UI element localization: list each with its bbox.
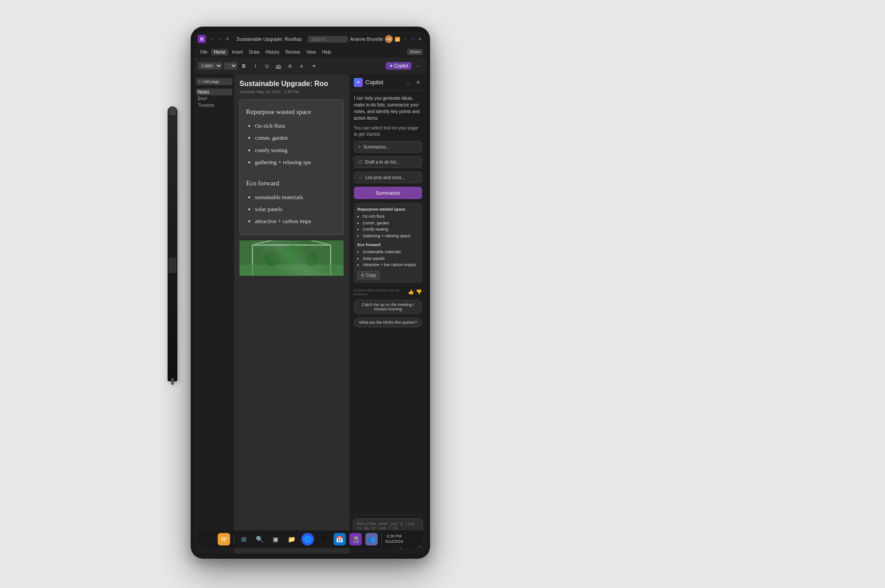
taskbar-search-btn[interactable]: 🔍 bbox=[254, 533, 266, 545]
title-bar: N ← → ↺ Sustainable Upgrade: Rooftop Ari… bbox=[194, 32, 427, 46]
taskbar-teams[interactable]: 👥 bbox=[365, 533, 378, 545]
forward-btn[interactable]: → bbox=[216, 36, 223, 42]
more-ribbon-btn[interactable]: ··· bbox=[413, 61, 423, 71]
list-item: Oz-rich flora bbox=[255, 121, 337, 131]
menu-file[interactable]: File bbox=[198, 49, 210, 55]
user-name: Arianne Brunelle bbox=[350, 37, 383, 42]
close-btn[interactable]: ✕ bbox=[417, 36, 423, 42]
note-date: Tuesday, May 14, 2024 2:30 PM bbox=[239, 90, 344, 94]
taskbar-explorer[interactable]: 📁 bbox=[286, 533, 298, 545]
summarize-btn[interactable]: Summarize bbox=[354, 187, 422, 199]
share-btn[interactable]: Share bbox=[407, 49, 423, 55]
font-size-selector[interactable]: 11 bbox=[224, 62, 237, 70]
scene: N ← → ↺ Sustainable Upgrade: Rooftop Ari… bbox=[0, 0, 885, 588]
todo-suggestion-btn[interactable]: ☑ Draft a to do list... bbox=[354, 156, 422, 168]
taskbar-onenote[interactable]: 📓 bbox=[349, 533, 362, 545]
minimize-btn[interactable]: − bbox=[403, 36, 409, 42]
refresh-btn[interactable]: ↺ bbox=[224, 36, 231, 42]
list-item: gathering + relaxing spa bbox=[255, 157, 337, 167]
copilot-more-btn[interactable]: ... bbox=[404, 78, 412, 86]
menu-bar: File Home Insert Draw History Review Vie… bbox=[194, 46, 427, 58]
stylus-top bbox=[169, 106, 176, 115]
avatar: AB bbox=[385, 35, 393, 43]
thumbs-up-icon[interactable]: 👍 bbox=[408, 289, 414, 295]
copy-icon: ⎘ bbox=[361, 273, 364, 278]
todo-icon: ☑ bbox=[358, 159, 362, 165]
bullet-btn[interactable]: ≡ bbox=[297, 61, 306, 71]
copilot-panel: ✦ Copilot ... ✕ I can help you generate … bbox=[349, 74, 427, 553]
note-handwritten-area: Repurpose wasted space Oz-rich flora com… bbox=[239, 99, 344, 235]
list-item: solar panels bbox=[255, 204, 337, 214]
taskbar: 78° ⊞ 🔍 ▣ 📁 🌐 🛡 📅 📓 👥 2:30 PM 5/14/ bbox=[198, 530, 423, 548]
note-image-overlay bbox=[239, 240, 344, 276]
stylus bbox=[168, 106, 177, 381]
summarize-icon: ≡ bbox=[358, 144, 360, 149]
underline-btn[interactable]: U bbox=[262, 61, 272, 71]
copilot-ribbon-btn[interactable]: ✦ Copilot bbox=[386, 62, 411, 70]
onenote-window: N ← → ↺ Sustainable Upgrade: Rooftop Ari… bbox=[194, 32, 427, 553]
copilot-title: Copilot bbox=[365, 79, 402, 86]
prompt-suggestion-2[interactable]: What are the OKRs this quarter? bbox=[354, 318, 422, 327]
font-selector[interactable]: Calibri bbox=[198, 62, 222, 70]
user-info: Arianne Brunelle AB 📶 bbox=[350, 35, 400, 43]
list-item: sustainable materials bbox=[255, 192, 337, 202]
feedback-icons: 👍 👎 bbox=[408, 289, 422, 295]
font-color-btn[interactable]: A bbox=[285, 61, 295, 71]
taskbar-calendar[interactable]: 📅 bbox=[333, 533, 346, 545]
highlight-btn[interactable]: ab bbox=[274, 61, 283, 71]
handwritten-list-2: sustainable materials solar panels attra… bbox=[246, 192, 337, 227]
menu-draw[interactable]: Draw bbox=[247, 49, 262, 55]
pros-cons-suggestion-btn[interactable]: ↔ List pros and cons... bbox=[354, 172, 422, 183]
menu-insert[interactable]: Insert bbox=[229, 49, 246, 55]
add-page-btn[interactable]: + Add page bbox=[196, 78, 232, 85]
copilot-close-btn[interactable]: ✕ bbox=[414, 78, 422, 86]
copy-btn[interactable]: ⎘ Copy bbox=[357, 271, 380, 279]
handwritten-list-1: Oz-rich flora comm. garden comfy seating… bbox=[246, 121, 337, 168]
summary-list-1: Oz-rich flora Comm. garden Comfy seating… bbox=[357, 213, 419, 239]
copy-label: Copy bbox=[366, 273, 376, 278]
taskbar-defender[interactable]: 🛡 bbox=[317, 533, 330, 545]
summarize-suggestion-btn[interactable]: ≡ Summarize... bbox=[354, 141, 422, 153]
maximize-btn[interactable]: □ bbox=[410, 36, 416, 42]
taskbar-browser[interactable]: 🌐 bbox=[302, 533, 314, 545]
content-area: + Add page Notes Brief Timeline Sustaina… bbox=[194, 74, 427, 553]
prompt-suggestion-1[interactable]: Catch me up on the meeting I missed morn… bbox=[354, 300, 422, 314]
summarize-label: Summarize... bbox=[363, 145, 389, 149]
summary-heading-2: Eco forward bbox=[357, 242, 419, 248]
italic-btn[interactable]: I bbox=[251, 61, 260, 71]
sidebar-section-notes[interactable]: Notes bbox=[196, 89, 232, 95]
summary-item: Sustainable materials bbox=[363, 249, 419, 255]
indent-btn[interactable]: ⇥ bbox=[308, 61, 318, 71]
add-icon: + bbox=[199, 79, 201, 84]
taskbar-weather: 78° bbox=[218, 533, 230, 545]
sidebar-section-brief[interactable]: Brief bbox=[196, 95, 232, 102]
taskbar-time: 2:30 PM 5/14/2024 bbox=[385, 534, 403, 544]
back-btn[interactable]: ← bbox=[208, 36, 215, 42]
sidebar-section-timeline[interactable]: Timeline bbox=[196, 102, 232, 109]
menu-review[interactable]: Review bbox=[283, 49, 303, 55]
add-page-label: Add page bbox=[202, 79, 219, 84]
menu-view[interactable]: View bbox=[304, 49, 319, 55]
title-bar-controls: ← → ↺ bbox=[208, 36, 231, 42]
copilot-btn-group: ... ✕ bbox=[404, 78, 422, 86]
list-item: attractive + carbon impa bbox=[255, 216, 337, 226]
copilot-body: I can help you generate ideas, make to-d… bbox=[349, 90, 427, 514]
wifi-icon: 📶 bbox=[395, 37, 400, 42]
ai-disclaimer-text: AI-generated content may be incorrect bbox=[354, 288, 404, 296]
note-content[interactable]: Sustainable Upgrade: Roo Tuesday, May 14… bbox=[234, 74, 349, 553]
ribbon: Calibri 11 B I U ab A ≡ ⇥ ✦ Copilot bbox=[194, 58, 427, 74]
bold-btn[interactable]: B bbox=[239, 61, 249, 71]
taskbar-separator bbox=[234, 535, 234, 544]
thumbs-down-icon[interactable]: 👎 bbox=[416, 289, 422, 295]
todo-label: Draft a to do list... bbox=[365, 160, 399, 165]
note-title: Sustainable Upgrade: Roo bbox=[239, 80, 344, 88]
onenote-logo: N bbox=[198, 35, 206, 43]
menu-help[interactable]: Help bbox=[320, 49, 334, 55]
search-input[interactable] bbox=[308, 36, 348, 43]
menu-home[interactable]: Home bbox=[211, 49, 228, 55]
taskbar-windows-btn[interactable]: ⊞ bbox=[238, 533, 250, 545]
summary-item: Oz-rich flora bbox=[363, 213, 419, 220]
document-title: Sustainable Upgrade: Rooftop bbox=[233, 36, 305, 42]
taskbar-task-view[interactable]: ▣ bbox=[270, 533, 282, 545]
menu-history[interactable]: History bbox=[263, 49, 282, 55]
